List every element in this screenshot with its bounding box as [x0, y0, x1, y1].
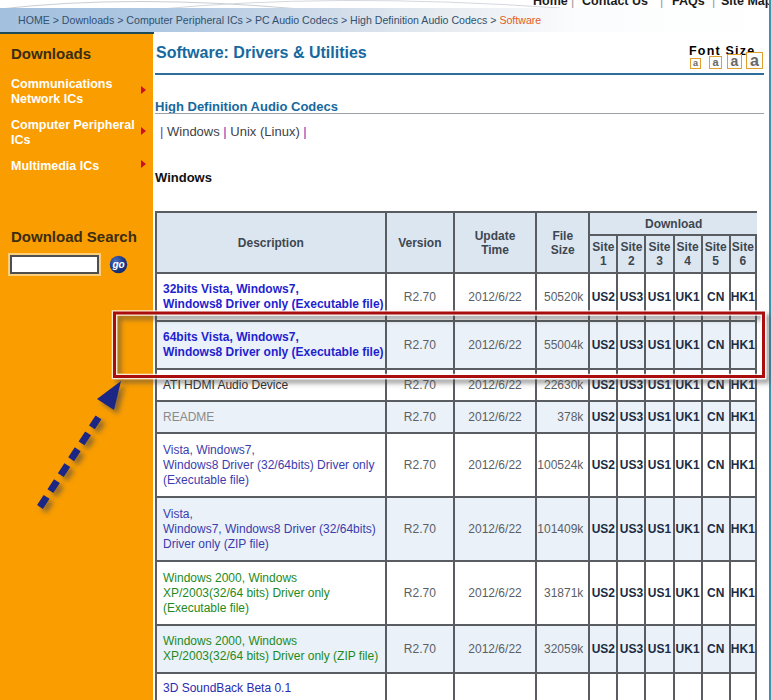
svg-text:go: go	[111, 259, 124, 270]
